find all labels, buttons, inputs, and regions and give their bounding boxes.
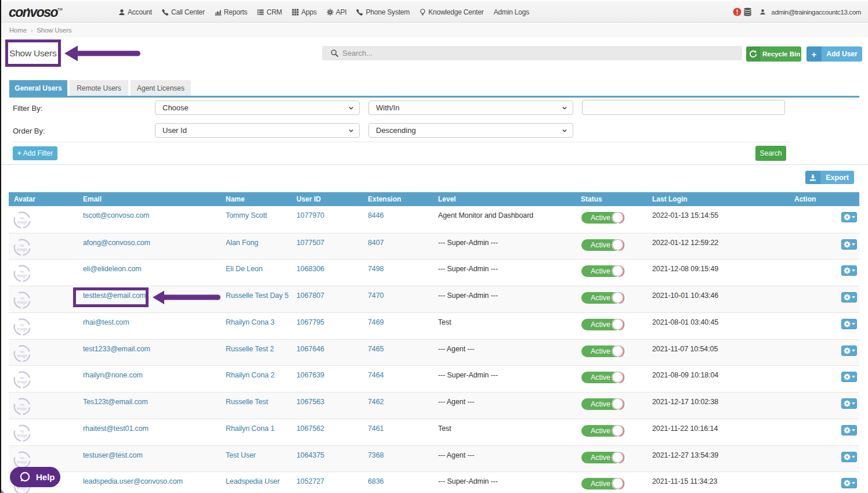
svg-text:image: image bbox=[17, 406, 27, 411]
svg-text:no: no bbox=[20, 429, 24, 433]
svg-text:no: no bbox=[20, 376, 24, 380]
svg-text:no: no bbox=[20, 456, 24, 460]
svg-text:image: image bbox=[17, 274, 27, 278]
svg-text:no: no bbox=[20, 296, 24, 300]
svg-text:no: no bbox=[20, 243, 24, 247]
svg-text:image: image bbox=[17, 327, 27, 332]
svg-text:image: image bbox=[17, 247, 27, 252]
svg-text:image: image bbox=[17, 380, 27, 384]
svg-text:image: image bbox=[17, 354, 27, 358]
svg-text:no: no bbox=[20, 323, 24, 327]
svg-text:image: image bbox=[17, 300, 27, 305]
svg-text:no: no bbox=[20, 402, 24, 406]
svg-text:image: image bbox=[17, 460, 27, 465]
svg-text:image: image bbox=[17, 433, 27, 438]
svg-text:image: image bbox=[17, 220, 27, 225]
svg-text:no: no bbox=[20, 216, 24, 220]
svg-text:no: no bbox=[20, 350, 24, 354]
svg-text:no: no bbox=[20, 269, 24, 274]
